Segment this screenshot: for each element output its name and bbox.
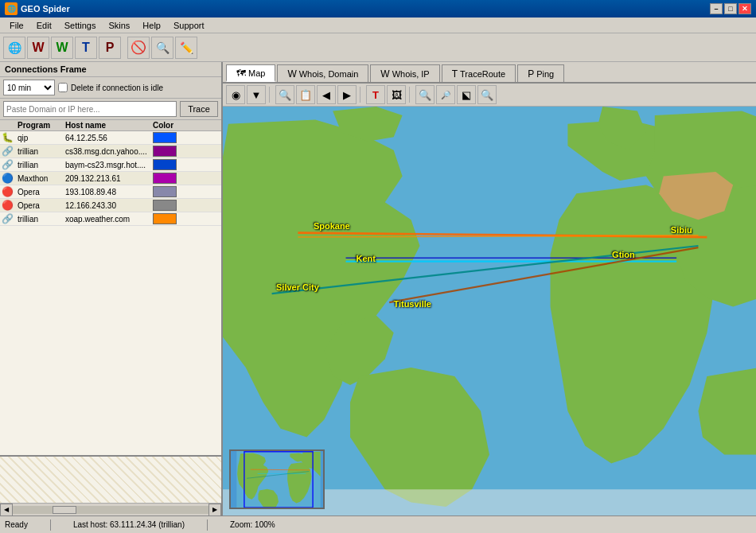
table-row[interactable]: 🔗trilliancs38.msg.dcn.yahoo....: [0, 145, 221, 158]
map-tool-image[interactable]: 🖼: [387, 85, 406, 104]
toolbar-stop-btn[interactable]: 🚫: [127, 37, 150, 59]
menu-item-skins[interactable]: Skins: [102, 19, 136, 32]
tab-label-traceroute: TraceRoute: [460, 69, 505, 79]
tab-map[interactable]: 🗺Map: [226, 64, 275, 82]
tab-label-ping: Ping: [536, 69, 554, 79]
map-toolbar: ◉ ▼ 🔍 📋 ◀ ▶ T 🖼 🔍 🔎 ⬕ 🔍: [223, 84, 756, 107]
mini-map: [229, 449, 325, 509]
connections-frame-title: Connections Frame: [0, 62, 221, 77]
conn-icon: 🔵: [2, 173, 18, 184]
toolbar-search-btn[interactable]: 🔍: [151, 37, 173, 59]
toolbar-geo-btn[interactable]: 🌐: [3, 37, 25, 59]
conn-table-body: 🐛qip64.12.25.56🔗trilliancs38.msg.dcn.yah…: [0, 131, 221, 455]
conn-color: [153, 200, 177, 211]
map-tool-prev[interactable]: ◀: [317, 85, 336, 104]
tab-ping[interactable]: PPing: [517, 64, 564, 82]
maximize-button[interactable]: □: [724, 3, 737, 14]
conn-color: [153, 159, 177, 170]
scroll-right-btn[interactable]: ▶: [208, 504, 221, 516]
tab-icon-map: 🗺: [236, 68, 246, 79]
map-tool-search[interactable]: 🔍: [275, 85, 294, 104]
status-zoom: Zoom: 100%: [230, 520, 275, 529]
tabs: 🗺MapWWhois, DomainWWhois, IPTTraceRouteP…: [223, 62, 756, 84]
map-tool-zoom-out[interactable]: 🔎: [436, 85, 455, 104]
h-scrollbar: ◀ ▶: [0, 503, 221, 515]
scroll-left-btn[interactable]: ◀: [0, 504, 13, 516]
map-tool-copy[interactable]: 📋: [296, 85, 315, 104]
menu-bar: FileEditSettingsSkinsHelpSupport: [0, 18, 756, 33]
right-panel: 🗺MapWWhois, DomainWWhois, IPTTraceRouteP…: [223, 62, 756, 515]
time-select[interactable]: 10 min 5 min 1 min: [3, 80, 55, 95]
left-bottom-decoration: [0, 455, 221, 503]
trace-button[interactable]: Trace: [180, 101, 218, 117]
table-row[interactable]: 🔵Maxthon209.132.213.61: [0, 172, 221, 185]
title-controls: – □ ✕: [710, 3, 751, 14]
tab-label-map: Map: [248, 68, 265, 78]
domain-input[interactable]: [3, 101, 177, 117]
table-row[interactable]: 🔗trillianbaym-cs23.msgr.hot....: [0, 158, 221, 172]
col-host: Host name: [65, 121, 153, 130]
conn-color: [153, 132, 177, 143]
tab-whois-ip[interactable]: WWhois, IP: [370, 64, 439, 82]
conn-icon: 🔴: [2, 200, 18, 211]
tab-icon-whois-ip: W: [380, 68, 389, 80]
status-ready: Ready: [5, 520, 28, 529]
table-row[interactable]: 🔗trillianxoap.weather.com: [0, 212, 221, 226]
col-icon: [2, 121, 18, 130]
toolbar-w2-btn[interactable]: W: [51, 37, 73, 59]
scroll-track: [13, 506, 208, 514]
map-tool-zoom-area[interactable]: 🔍: [477, 85, 497, 104]
scroll-thumb[interactable]: [53, 506, 76, 514]
map-tool-text[interactable]: T: [366, 85, 385, 104]
map-tool-next[interactable]: ▶: [337, 85, 357, 104]
map-tool-select[interactable]: ⬕: [457, 85, 476, 104]
conn-color: [153, 173, 177, 184]
conn-program: trillian: [18, 215, 65, 224]
toolbar-draw-btn[interactable]: ✏️: [175, 37, 197, 59]
table-row[interactable]: 🔴Opera12.166.243.30: [0, 199, 221, 212]
conn-host: baym-cs23.msgr.hot....: [65, 161, 153, 169]
conn-program: Opera: [18, 201, 65, 210]
table-row[interactable]: 🔴Opera193.108.89.48: [0, 185, 221, 199]
toolbar-p-btn[interactable]: P: [99, 37, 121, 59]
menu-item-edit[interactable]: Edit: [30, 19, 58, 32]
map-tool-dropdown[interactable]: ▼: [247, 85, 266, 104]
toolbar-t-btn[interactable]: T: [75, 37, 97, 59]
col-color: Color: [153, 121, 193, 130]
menu-item-settings[interactable]: Settings: [58, 19, 103, 32]
left-panel: Connections Frame 10 min 5 min 1 min Del…: [0, 62, 223, 515]
trace-row: Trace: [0, 99, 221, 120]
conn-icon: 🔴: [2, 186, 18, 197]
tab-label-whois-ip: Whois, IP: [392, 69, 430, 79]
conn-program: qip: [18, 134, 65, 142]
conn-controls: 10 min 5 min 1 min Delete if connection …: [0, 77, 221, 99]
menu-item-support[interactable]: Support: [167, 19, 211, 32]
conn-color: [153, 146, 177, 157]
conn-host: cs38.msg.dcn.yahoo....: [65, 147, 153, 156]
minimize-button[interactable]: –: [710, 3, 723, 14]
app-icon: 🌐: [5, 2, 18, 15]
map-tool-home[interactable]: ◉: [226, 85, 245, 104]
conn-host: 64.12.25.56: [65, 134, 153, 142]
menu-item-help[interactable]: Help: [136, 19, 167, 32]
conn-color: [153, 213, 177, 224]
conn-color: [153, 186, 177, 197]
status-sep-2: [207, 519, 208, 531]
map-area[interactable]: Spokane Kent Silver City Titusville Gtio…: [223, 107, 756, 515]
tab-whois-domain[interactable]: WWhois, Domain: [277, 64, 368, 82]
toolbar-w1-btn[interactable]: W: [27, 37, 49, 59]
status-sep-1: [50, 519, 51, 531]
col-program: Program: [18, 121, 65, 130]
conn-program: Opera: [18, 188, 65, 196]
app-title: GEO Spider: [21, 4, 70, 14]
conn-icon: 🐛: [2, 132, 18, 143]
delete-idle-label: Delete if connection is idle: [71, 84, 163, 92]
map-sep-3: [409, 87, 412, 103]
table-row[interactable]: 🐛qip64.12.25.56: [0, 131, 221, 145]
menu-item-file[interactable]: File: [3, 19, 30, 32]
title-bar: 🌐 GEO Spider – □ ✕: [0, 0, 756, 18]
tab-traceroute[interactable]: TTraceRoute: [442, 64, 516, 82]
map-tool-zoom-in[interactable]: 🔍: [415, 85, 435, 104]
close-button[interactable]: ✕: [738, 3, 751, 14]
delete-idle-checkbox[interactable]: [58, 83, 68, 92]
